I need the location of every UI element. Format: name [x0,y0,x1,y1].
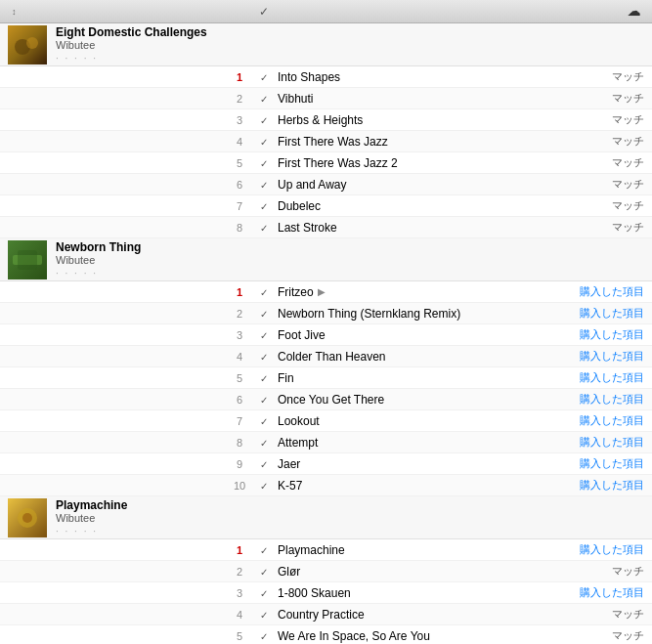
checkmark-icon: ✓ [260,137,268,148]
table-row[interactable]: 6 ✓ Up and Away マッチ [0,174,652,195]
track-status: マッチ [535,91,652,106]
table-row[interactable]: 2 ✓ Glør マッチ [0,561,652,582]
track-status: 購入した項目 [535,370,652,385]
album-art-newborn [0,238,54,281]
checkmark-icon: ✓ [260,201,268,212]
track-number: 2 [225,566,254,578]
track-name: Once You Get There [274,393,535,407]
track-name: Newborn Thing (Sternklang Remix) [274,307,535,321]
track-check: ✓ [254,93,274,105]
checkmark-icon: ✓ [260,545,268,556]
track-status: マッチ [535,628,652,643]
track-name: Up and Away [274,178,535,192]
track-check: ✓ [254,480,274,492]
track-status: 購入した項目 [535,284,652,299]
album-header-newborn: Newborn Thing Wibutee · · · · · [0,238,652,281]
table-row[interactable]: 6 ✓ Once You Get There 購入した項目 [0,389,652,410]
column-check: ✓ [254,5,274,19]
sort-icon[interactable]: ↕ [12,7,17,17]
album-info-playmachine: Playmachine Wibutee · · · · · [54,498,225,537]
track-check: ✓ [254,372,274,384]
album-rating-eight[interactable]: · · · · · [56,53,225,64]
track-status: 購入した項目 [535,327,652,342]
track-number: 8 [225,437,254,449]
checkmark-icon: ✓ [260,223,268,234]
album-rating-playmachine[interactable]: · · · · · [56,526,225,537]
table-row[interactable]: 1 ✓ Playmachine 購入した項目 [0,539,652,561]
table-row[interactable]: 1 ✓ Fritzeo▶ 購入した項目 [0,281,652,303]
table-row[interactable]: 10 ✓ K-57 購入した項目 [0,475,652,496]
track-status: 購入した項目 [535,478,652,493]
track-status: マッチ [535,134,652,149]
track-status: 購入した項目 [535,349,652,364]
track-number: 9 [225,458,254,470]
track-status: マッチ [535,69,652,84]
track-status: 購入した項目 [535,306,652,321]
table-row[interactable]: 2 ✓ Newborn Thing (Sternklang Remix) 購入し… [0,303,652,324]
albums-container: Eight Domestic Challenges Wibutee · · · … [0,23,652,644]
checkmark-icon: ✓ [260,416,268,427]
table-row[interactable]: 3 ✓ Foot Jive 購入した項目 [0,324,652,346]
checkmark-icon: ✓ [260,330,268,341]
table-row[interactable]: 7 ✓ Lookout 購入した項目 [0,410,652,432]
checkmark-icon: ✓ [260,309,268,320]
album-art-playmachine [0,496,54,539]
table-row[interactable]: 3 ✓ Herbs & Heights マッチ [0,109,652,131]
track-check: ✓ [254,222,274,234]
track-number: 3 [225,587,254,599]
track-check: ✓ [254,157,274,169]
table-row[interactable]: 4 ✓ First There Was Jazz マッチ [0,131,652,152]
table-row[interactable]: 4 ✓ Country Practice マッチ [0,604,652,625]
checkmark-icon: ✓ [260,352,268,363]
album-info-eight: Eight Domestic Challenges Wibutee · · · … [54,25,225,64]
table-row[interactable]: 5 ✓ We Are In Space, So Are You マッチ [0,625,652,644]
album-rating-newborn[interactable]: · · · · · [56,268,225,279]
track-check: ✓ [254,630,274,642]
track-check: ✓ [254,415,274,427]
column-album[interactable]: ↕ [0,7,225,17]
column-icloud[interactable]: ☁ [535,4,652,19]
album-info-newborn: Newborn Thing Wibutee · · · · · [54,240,225,279]
track-name: Lookout [274,414,535,428]
track-name: Foot Jive [274,328,535,342]
table-row[interactable]: 8 ✓ Last Stroke マッチ [0,217,652,238]
svg-point-3 [26,37,38,49]
track-number: 3 [225,329,254,341]
track-number: 2 [225,308,254,320]
track-status: マッチ [535,220,652,235]
play-icon[interactable]: ▶ [318,286,326,297]
track-number: 2 [225,93,254,105]
track-check: ✓ [254,308,274,320]
track-status: マッチ [535,155,652,170]
checkmark-icon: ✓ [260,287,268,298]
track-status: マッチ [535,112,652,127]
table-row[interactable]: 5 ✓ Fin 購入した項目 [0,367,652,389]
table-row[interactable]: 9 ✓ Jaer 購入した項目 [0,453,652,475]
table-row[interactable]: 7 ✓ Dubelec マッチ [0,195,652,217]
checkmark-icon: ✓ [260,72,268,83]
track-status: マッチ [535,607,652,622]
checkmark-icon: ✓ [260,481,268,492]
table-row[interactable]: 3 ✓ 1-800 Skauen 購入した項目 [0,582,652,604]
table-row[interactable]: 1 ✓ Into Shapes マッチ [0,66,652,88]
track-number: 1 [225,286,254,298]
track-status: 購入した項目 [535,542,652,557]
table-row[interactable]: 4 ✓ Colder Than Heaven 購入した項目 [0,346,652,367]
checkmark-icon: ✓ [260,115,268,126]
table-row[interactable]: 8 ✓ Attempt 購入した項目 [0,432,652,453]
table-row[interactable]: 2 ✓ Vibhuti マッチ [0,88,652,109]
track-number: 5 [225,372,254,384]
track-status: 購入した項目 [535,585,652,600]
track-number: 4 [225,351,254,363]
track-status: マッチ [535,564,652,579]
track-status: 購入した項目 [535,413,652,428]
track-number: 4 [225,609,254,621]
checkmark-icon: ✓ [260,438,268,449]
track-status: マッチ [535,177,652,192]
album-header-eight: Eight Domestic Challenges Wibutee · · · … [0,23,652,66]
track-name: Colder Than Heaven [274,350,535,364]
track-status: 購入した項目 [535,435,652,450]
cloud-header-icon: ☁ [628,4,640,19]
table-row[interactable]: 5 ✓ First There Was Jazz 2 マッチ [0,152,652,174]
track-number: 5 [225,157,254,169]
